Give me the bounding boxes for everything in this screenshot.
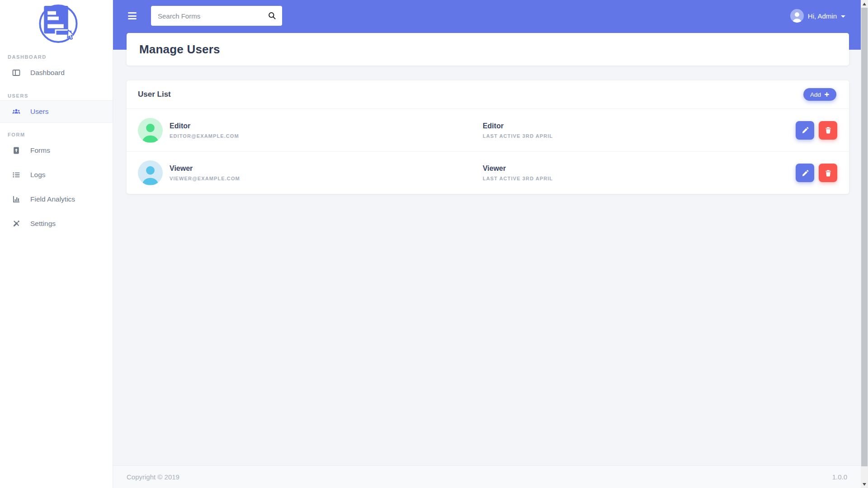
users-icon xyxy=(12,108,20,116)
list-icon xyxy=(12,171,20,179)
user-menu[interactable]: Hi, Admin xyxy=(790,9,845,23)
sidebar: DASHBOARD Dashboard USERS Users FORM For xyxy=(0,0,113,488)
nav-section-users: USERS xyxy=(8,93,113,99)
scroll-up-icon[interactable] xyxy=(861,0,868,8)
user-list-title: User List xyxy=(138,90,171,99)
user-role-block: Viewer LAST ACTIVE 3RD APRIL xyxy=(483,164,796,181)
user-avatar-icon xyxy=(790,9,804,23)
user-last-active: LAST ACTIVE 3RD APRIL xyxy=(483,133,796,139)
pencil-icon xyxy=(802,127,809,134)
user-name: Viewer xyxy=(170,164,240,173)
trash-icon xyxy=(825,169,832,177)
table-row: Editor EDITOR@EXAMPLE.COM Editor LAST AC… xyxy=(127,109,849,151)
app-logo[interactable] xyxy=(0,0,113,45)
sidebar-nav: DASHBOARD Dashboard USERS Users FORM For xyxy=(0,54,113,235)
scrollbar-thumb[interactable] xyxy=(861,8,868,466)
add-user-button[interactable]: Add xyxy=(803,88,836,101)
page-content: Manage Users User List Add xyxy=(113,33,861,465)
sidebar-item-label: Logs xyxy=(30,171,46,179)
user-role: Viewer xyxy=(483,164,796,173)
sidebar-item-label: Dashboard xyxy=(30,69,65,77)
user-last-active: LAST ACTIVE 3RD APRIL xyxy=(483,176,796,181)
user-greeting: Hi, Admin xyxy=(808,12,837,20)
scroll-down-icon[interactable] xyxy=(861,480,868,488)
search-icon[interactable] xyxy=(268,12,276,22)
search-input[interactable] xyxy=(151,6,282,26)
user-email: EDITOR@EXAMPLE.COM xyxy=(170,133,239,139)
user-identity: Viewer VIEWER@EXAMPLE.COM xyxy=(138,160,483,185)
user-role-block: Editor LAST ACTIVE 3RD APRIL xyxy=(483,122,796,139)
app-root: DASHBOARD Dashboard USERS Users FORM For xyxy=(0,0,868,488)
sidebar-item-label: Settings xyxy=(30,220,56,228)
user-identity: Editor EDITOR@EXAMPLE.COM xyxy=(138,118,483,143)
main-column: Hi, Admin Manage Users User List Add xyxy=(113,0,861,488)
columns-icon xyxy=(12,69,20,77)
search-box xyxy=(151,6,282,26)
sidebar-item-users[interactable]: Users xyxy=(0,100,113,123)
plus-icon xyxy=(824,92,830,97)
user-name: Editor xyxy=(170,122,239,130)
user-email: VIEWER@EXAMPLE.COM xyxy=(170,176,240,181)
row-actions xyxy=(796,121,837,140)
bar-chart-icon xyxy=(12,195,20,203)
sidebar-item-logs[interactable]: Logs xyxy=(0,164,113,186)
sidebar-item-label: Field Analytics xyxy=(30,195,75,203)
nav-section-dashboard: DASHBOARD xyxy=(8,54,113,60)
menu-icon[interactable] xyxy=(127,11,137,20)
page-title-card: Manage Users xyxy=(127,33,849,66)
scrollbar[interactable] xyxy=(861,0,868,488)
user-role: Editor xyxy=(483,122,796,130)
sidebar-item-label: Users xyxy=(30,108,48,116)
avatar xyxy=(138,160,163,185)
table-row: Viewer VIEWER@EXAMPLE.COM Viewer LAST AC… xyxy=(127,151,849,194)
version-text: 1.0.0 xyxy=(832,473,847,481)
form-builder-logo-icon xyxy=(33,2,80,45)
trash-icon xyxy=(825,127,832,134)
add-button-label: Add xyxy=(810,91,821,98)
avatar xyxy=(138,118,163,143)
sidebar-item-field-analytics[interactable]: Field Analytics xyxy=(0,188,113,211)
footer: Copyright © 2019 1.0.0 xyxy=(113,465,861,488)
topbar: Hi, Admin xyxy=(113,0,861,32)
delete-user-button[interactable] xyxy=(819,121,837,140)
pencil-icon xyxy=(802,169,809,177)
sidebar-item-label: Forms xyxy=(30,146,50,155)
tools-icon xyxy=(12,220,20,228)
row-actions xyxy=(796,164,837,182)
delete-user-button[interactable] xyxy=(819,164,837,182)
sidebar-item-dashboard[interactable]: Dashboard xyxy=(0,61,113,84)
user-list-card: User List Add Editor EDITOR@EXAM xyxy=(127,80,849,194)
copyright-text: Copyright © 2019 xyxy=(127,473,179,481)
sidebar-item-forms[interactable]: Forms xyxy=(0,139,113,162)
form-upload-icon xyxy=(12,146,20,155)
nav-section-form: FORM xyxy=(8,132,113,137)
edit-user-button[interactable] xyxy=(796,121,814,140)
page-title: Manage Users xyxy=(139,42,220,56)
edit-user-button[interactable] xyxy=(796,164,814,182)
sidebar-item-settings[interactable]: Settings xyxy=(0,212,113,235)
chevron-down-icon xyxy=(841,15,845,18)
user-list-header: User List Add xyxy=(127,80,849,109)
